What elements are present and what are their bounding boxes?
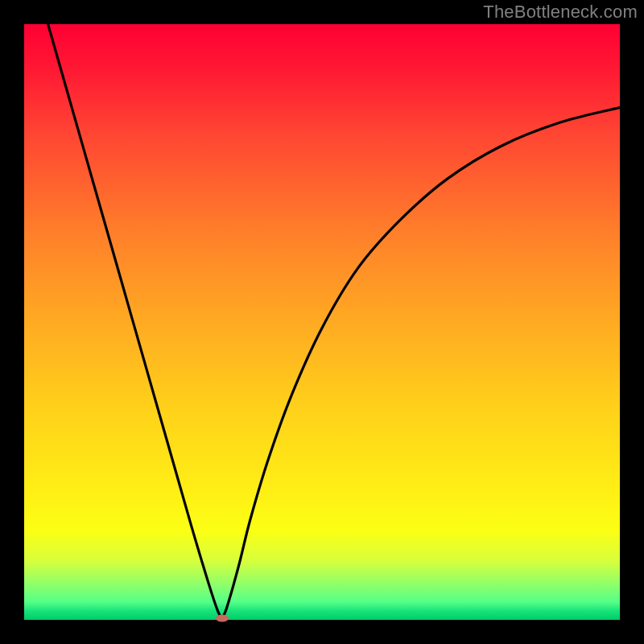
dip-marker (216, 614, 229, 621)
watermark-text: TheBottleneck.com (483, 2, 638, 23)
chart-frame: TheBottleneck.com (0, 0, 644, 644)
curve-svg (24, 24, 620, 620)
plot-area (24, 24, 620, 620)
curve-path (48, 24, 620, 619)
